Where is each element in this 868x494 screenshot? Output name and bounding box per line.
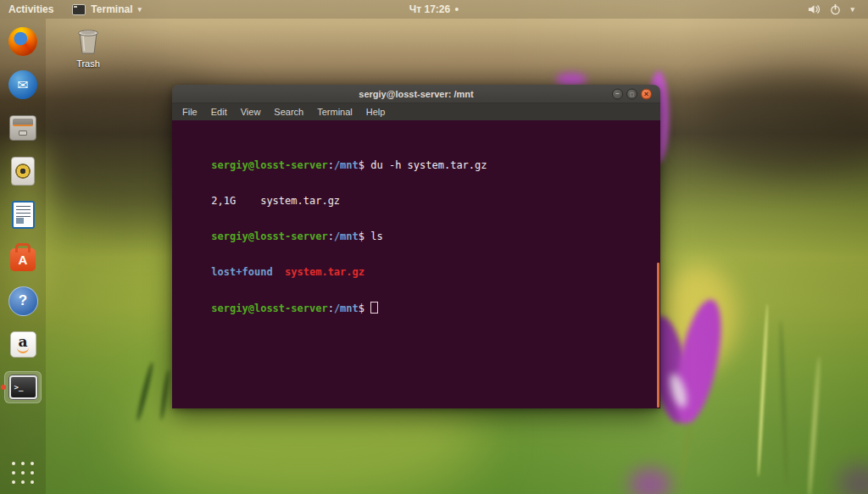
trash-label: Trash <box>76 58 100 69</box>
terminal-line: 2,1G system.tar.gz <box>175 183 660 195</box>
menu-terminal[interactable]: Terminal <box>310 103 359 120</box>
system-status-area[interactable]: ▾ <box>808 4 854 15</box>
ls-directory: lost+found <box>211 266 272 278</box>
command-output: 2,1G system.tar.gz <box>211 195 340 207</box>
terminal-line: lost+found system.tar.gz <box>175 254 660 266</box>
window-menubar: File Edit View Search Terminal Help <box>172 103 660 120</box>
help-icon: ? <box>8 286 38 316</box>
terminal-line: sergiy@losst-server:/mnt$ ls <box>175 219 660 230</box>
grass-blade <box>159 369 170 420</box>
terminal-mini-icon <box>72 4 86 15</box>
purple-bokeh <box>837 464 868 494</box>
yellow-bokeh <box>661 264 737 370</box>
dock-item-amazon[interactable]: a <box>4 328 42 360</box>
terminal-icon: >_ <box>9 375 37 399</box>
power-icon[interactable] <box>830 4 841 15</box>
crocus-highlight <box>666 372 690 410</box>
running-indicator-dot <box>1 385 6 390</box>
dock-item-help[interactable]: ? <box>4 285 42 317</box>
clock-button[interactable]: Чт 17:26 <box>409 3 459 15</box>
dock-item-software[interactable]: A <box>4 241 42 274</box>
dock-item-files[interactable] <box>4 112 42 144</box>
wallpaper-dark-blur <box>695 75 868 169</box>
grass-blade <box>757 303 770 477</box>
app-menu-label: Terminal <box>91 3 132 15</box>
purple-bokeh <box>629 468 671 494</box>
window-title: sergiy@losst-server: /mnt <box>359 89 473 99</box>
menu-help[interactable]: Help <box>359 103 392 120</box>
firefox-icon <box>8 27 37 56</box>
top-bar: Activities Terminal ▾ Чт 17:26 ▾ <box>0 0 868 19</box>
chevron-down-icon[interactable]: ▾ <box>850 5 854 14</box>
clock-label: Чт 17:26 <box>409 3 450 15</box>
app-menu[interactable]: Terminal ▾ <box>72 3 142 15</box>
menu-file[interactable]: File <box>175 103 204 120</box>
terminal-content[interactable]: sergiy@losst-server:/mnt$ du -h system.t… <box>172 120 660 408</box>
grass-blade <box>807 356 821 494</box>
command-text: du -h system.tar.gz <box>370 159 487 171</box>
files-icon <box>9 115 36 141</box>
menu-search[interactable]: Search <box>267 103 310 120</box>
minimize-button[interactable]: − <box>612 88 623 99</box>
libreoffice-writer-icon <box>12 201 35 229</box>
dock-item-thunderbird[interactable]: ✉ <box>4 69 42 101</box>
ubuntu-software-icon: A <box>10 248 36 271</box>
grass-blade <box>779 320 789 486</box>
menu-edit[interactable]: Edit <box>204 103 234 120</box>
dock: ✉ A ? a >_ <box>0 19 46 494</box>
crocus-petal-right <box>667 296 730 428</box>
window-titlebar[interactable]: sergiy@losst-server: /mnt − □ × <box>172 85 660 103</box>
terminal-window: sergiy@losst-server: /mnt − □ × File Edi… <box>172 85 660 408</box>
command-text: ls <box>370 230 382 242</box>
trash-icon <box>73 25 103 58</box>
show-applications-button[interactable] <box>12 462 34 484</box>
desktop-trash[interactable]: Trash <box>70 25 107 69</box>
rhythmbox-icon <box>11 157 35 186</box>
amazon-smile-arc <box>17 347 29 353</box>
thunderbird-icon: ✉ <box>8 70 37 99</box>
chevron-down-icon: ▾ <box>137 5 142 14</box>
terminal-cursor <box>370 302 378 314</box>
maximize-button[interactable]: □ <box>626 88 637 99</box>
terminal-line: sergiy@losst-server:/mnt$ du -h system.t… <box>175 147 660 159</box>
terminal-scrollbar[interactable] <box>657 263 659 408</box>
activities-button[interactable]: Activities <box>8 3 53 15</box>
notification-dot-icon <box>455 8 459 11</box>
volume-icon[interactable] <box>808 4 821 14</box>
close-button[interactable]: × <box>641 88 652 99</box>
flower-stem <box>679 422 692 483</box>
grass-blade <box>135 361 154 421</box>
ls-archive-file: system.tar.gz <box>285 266 364 278</box>
terminal-line: sergiy@losst-server:/mnt$ <box>175 290 660 302</box>
dock-item-firefox[interactable] <box>4 25 42 58</box>
menu-view[interactable]: View <box>234 103 268 120</box>
dock-item-writer[interactable] <box>4 198 42 230</box>
dock-item-rhythmbox[interactable] <box>4 155 42 187</box>
dock-item-terminal[interactable]: >_ <box>4 371 42 403</box>
amazon-icon: a <box>10 331 36 358</box>
